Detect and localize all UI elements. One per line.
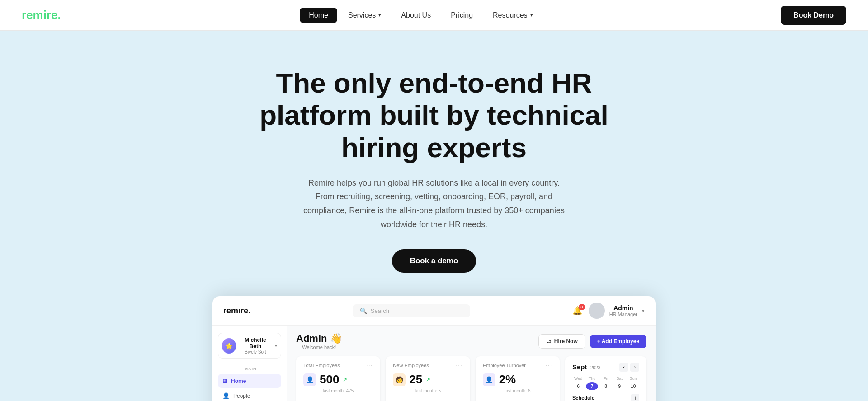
calendar-card: Sept 2023 ‹ › Wed Thu Fri bbox=[565, 356, 646, 401]
search-icon: 🔍 bbox=[360, 308, 367, 314]
add-employee-button[interactable]: + Add Employee bbox=[590, 335, 646, 348]
cal-date-10[interactable]: 10 bbox=[627, 382, 639, 390]
search-placeholder: Search bbox=[371, 308, 389, 314]
hero-subtitle: Remire helps you run global HR solutions… bbox=[303, 176, 565, 231]
stat-card-new-employees: New Employees ··· 🧑 25 ↗ last month: 5 bbox=[386, 356, 470, 401]
calendar-days: Wed Thu Fri Sat Sun 6 7 8 9 10 bbox=[572, 376, 639, 390]
calendar-month: Sept bbox=[572, 363, 587, 371]
profile-chevron-icon: ▾ bbox=[275, 343, 277, 348]
sidebar-home-label: Home bbox=[231, 378, 246, 384]
card-menu-icon[interactable]: ··· bbox=[546, 363, 552, 368]
db-header: remire. 🔍 Search 🔔 0 Admin HR Manager ▾ bbox=[212, 296, 656, 326]
schedule-add-button[interactable]: + bbox=[631, 394, 639, 401]
db-main-header: Admin 👋 Welcome back! 🗂 Hire Now + Add E… bbox=[296, 333, 646, 350]
calendar-prev-button[interactable]: ‹ bbox=[619, 363, 628, 372]
sidebar-item-home[interactable]: ⊞ Home bbox=[218, 374, 281, 388]
sidebar-profile[interactable]: 🌟 Michelle Beth Bively Soft ▾ bbox=[218, 333, 281, 359]
profile-name: Michelle Beth bbox=[240, 337, 271, 350]
db-body: 🌟 Michelle Beth Bively Soft ▾ MAIN ⊞ Hom… bbox=[212, 326, 656, 401]
calendar-year: 2023 bbox=[590, 365, 600, 370]
nav-links: Home Services ▾ About Us Pricing Resourc… bbox=[300, 8, 542, 23]
hero-section: The only end-to-end HR platform built by… bbox=[0, 31, 868, 401]
action-buttons: 🗂 Hire Now + Add Employee bbox=[538, 334, 646, 349]
services-chevron-icon: ▾ bbox=[378, 12, 381, 18]
nav-services[interactable]: Services ▾ bbox=[339, 8, 390, 23]
user-chevron-icon: ▾ bbox=[642, 308, 645, 314]
cal-day-thu: Thu bbox=[586, 376, 598, 381]
briefcase-icon: 🗂 bbox=[546, 338, 552, 345]
logo: remire. bbox=[22, 8, 61, 22]
sidebar-people-label: People bbox=[233, 393, 250, 399]
trend-up-icon: ↗ bbox=[343, 377, 347, 383]
turnover-label: Employee Turnover bbox=[483, 363, 526, 368]
db-logo: remire. bbox=[223, 306, 250, 316]
schedule-label: Schedule bbox=[572, 395, 594, 401]
navbar: remire. Home Services ▾ About Us Pricing… bbox=[0, 0, 868, 31]
profile-avatar: 🌟 bbox=[222, 338, 236, 354]
db-main-content: Admin 👋 Welcome back! 🗂 Hire Now + Add E… bbox=[287, 326, 656, 401]
hero-cta-button[interactable]: Book a demo bbox=[392, 249, 476, 273]
hire-now-button[interactable]: 🗂 Hire Now bbox=[538, 334, 585, 349]
db-sidebar: 🌟 Michelle Beth Bively Soft ▾ MAIN ⊞ Hom… bbox=[212, 326, 287, 401]
home-icon: ⊞ bbox=[222, 378, 227, 384]
cal-day-wed: Wed bbox=[572, 376, 584, 381]
stat-card-turnover: Employee Turnover ··· 👤 2% last month: 6 bbox=[476, 356, 560, 401]
db-search-bar[interactable]: 🔍 Search bbox=[353, 304, 470, 317]
stat-card-total-employees: Total Employees ··· 👤 500 ↗ last month: … bbox=[296, 356, 380, 401]
db-user-area: 🔔 0 Admin HR Manager ▾ bbox=[572, 303, 645, 319]
cal-date-9[interactable]: 9 bbox=[613, 382, 625, 390]
total-employees-sub: last month: 475 bbox=[303, 388, 373, 393]
turnover-icon: 👤 bbox=[483, 373, 495, 386]
cal-date-6[interactable]: 6 bbox=[572, 382, 584, 390]
total-employees-label: Total Employees bbox=[303, 363, 340, 368]
hero-title: The only end-to-end HR platform built by… bbox=[253, 67, 615, 163]
welcome-name: Admin 👋 bbox=[296, 333, 342, 345]
avatar bbox=[589, 303, 605, 319]
people-icon: 👤 bbox=[222, 392, 230, 399]
profile-company: Bively Soft bbox=[240, 350, 271, 354]
nav-pricing[interactable]: Pricing bbox=[442, 8, 482, 23]
db-user-info[interactable]: Admin HR Manager ▾ bbox=[589, 303, 645, 319]
card-menu-icon[interactable]: ··· bbox=[456, 363, 462, 368]
turnover-value: 2% bbox=[499, 373, 516, 387]
new-employees-sub: last month: 5 bbox=[393, 388, 462, 393]
cal-date-7-today[interactable]: 7 bbox=[586, 382, 598, 390]
cal-day-sun: Sun bbox=[627, 376, 639, 381]
total-employees-value: 500 bbox=[320, 373, 339, 387]
book-demo-button[interactable]: Book Demo bbox=[781, 6, 846, 25]
new-employees-value: 25 bbox=[409, 373, 422, 387]
notification-bell[interactable]: 🔔 0 bbox=[572, 306, 582, 316]
notification-badge: 0 bbox=[579, 304, 585, 310]
sidebar-item-people[interactable]: 👤 People bbox=[218, 389, 281, 401]
sidebar-section-label: MAIN bbox=[220, 367, 281, 371]
new-employees-label: New Employees bbox=[393, 363, 429, 368]
card-menu-icon[interactable]: ··· bbox=[366, 363, 373, 368]
nav-about[interactable]: About Us bbox=[392, 8, 440, 23]
nav-resources[interactable]: Resources ▾ bbox=[484, 8, 542, 23]
calendar-next-button[interactable]: › bbox=[630, 363, 639, 372]
db-role: HR Manager bbox=[609, 312, 637, 317]
nav-home[interactable]: Home bbox=[300, 8, 337, 23]
welcome-sub: Welcome back! bbox=[296, 345, 342, 350]
turnover-sub: last month: 6 bbox=[483, 388, 552, 393]
cal-day-fri: Fri bbox=[600, 376, 612, 381]
cal-day-sat: Sat bbox=[613, 376, 625, 381]
stats-row: Total Employees ··· 👤 500 ↗ last month: … bbox=[296, 356, 646, 401]
resources-chevron-icon: ▾ bbox=[530, 12, 533, 18]
dashboard-preview: remire. 🔍 Search 🔔 0 Admin HR Manager ▾ bbox=[212, 296, 656, 401]
total-employees-icon: 👤 bbox=[303, 373, 316, 386]
db-username: Admin bbox=[609, 304, 637, 312]
cal-date-8[interactable]: 8 bbox=[600, 382, 612, 390]
new-employees-icon: 🧑 bbox=[393, 373, 406, 386]
trend-up-icon-2: ↗ bbox=[426, 377, 430, 383]
